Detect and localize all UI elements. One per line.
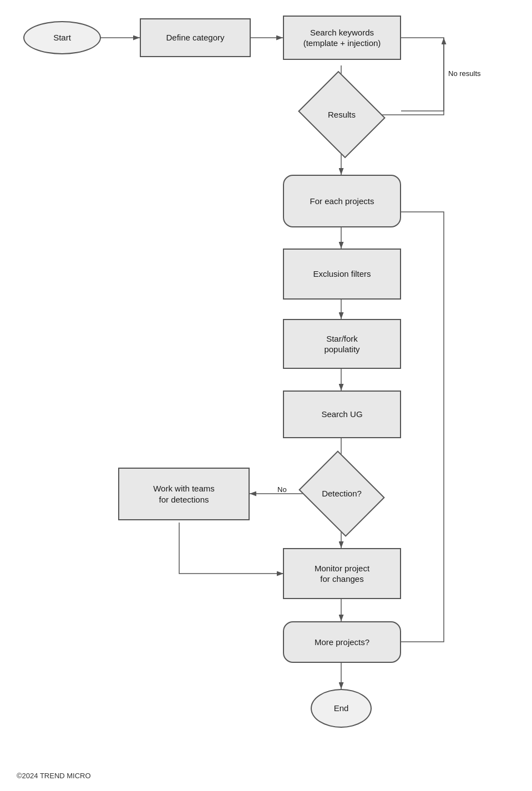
star-fork-shape: Star/forkpopulatity	[283, 319, 401, 369]
end-shape: End	[311, 689, 372, 728]
for-each-projects-shape: For each projects	[283, 175, 401, 227]
results-label: Results	[328, 109, 356, 120]
work-with-teams-label: Work with teamsfor detections	[153, 483, 215, 505]
more-projects-shape: More projects?	[283, 621, 401, 663]
search-keywords-label: Search keywords(template + injection)	[303, 27, 381, 49]
search-ug-shape: Search UG	[283, 391, 401, 438]
detection-label: Detection?	[322, 488, 362, 499]
exclusion-filters-shape: Exclusion filters	[283, 249, 401, 300]
star-fork-label: Star/forkpopulatity	[324, 333, 359, 355]
more-projects-label: More projects?	[315, 637, 369, 648]
exclusion-filters-label: Exclusion filters	[313, 268, 371, 280]
flowchart-diagram: Start Define category Search keywords(te…	[0, 0, 532, 791]
monitor-project-shape: Monitor projectfor changes	[283, 548, 401, 599]
end-label: End	[334, 703, 349, 714]
results-diamond: Results	[308, 86, 375, 143]
arrows-overlay	[0, 0, 532, 791]
start-label: Start	[53, 32, 71, 43]
for-each-projects-label: For each projects	[310, 196, 374, 207]
define-category-label: Define category	[166, 32, 224, 43]
define-category-shape: Define category	[140, 18, 251, 57]
no-results-label: No results	[448, 69, 481, 78]
search-keywords-shape: Search keywords(template + injection)	[283, 16, 401, 60]
search-ug-label: Search UG	[321, 409, 362, 420]
footer: ©2024 TREND MICRO	[17, 772, 91, 780]
detection-diamond: Detection?	[308, 466, 375, 521]
start-shape: Start	[23, 21, 101, 54]
monitor-project-label: Monitor projectfor changes	[315, 563, 369, 585]
no-label: No	[277, 485, 287, 494]
work-with-teams-shape: Work with teamsfor detections	[118, 468, 250, 520]
